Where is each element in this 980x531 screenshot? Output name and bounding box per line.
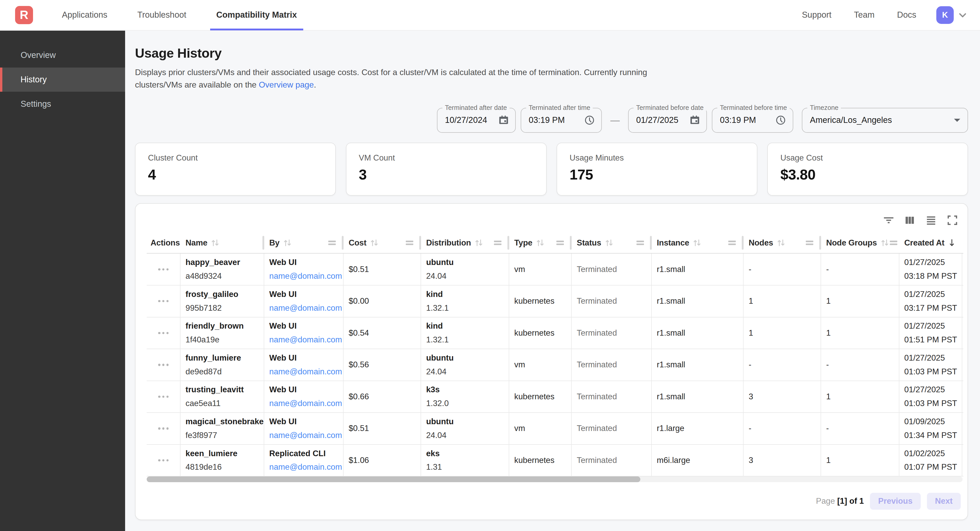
sidebar-item-overview[interactable]: Overview bbox=[0, 43, 125, 68]
fullscreen-icon[interactable] bbox=[947, 214, 958, 226]
column-separator[interactable] bbox=[419, 236, 421, 250]
column-header[interactable]: Distribution bbox=[421, 233, 509, 253]
terminated-after-time-value[interactable]: 03:19 PM bbox=[529, 115, 565, 125]
sort-icon[interactable] bbox=[283, 238, 292, 247]
nav-item-compatibility-matrix[interactable]: Compatibility Matrix bbox=[210, 0, 303, 30]
created-date: 01/27/2025 bbox=[904, 385, 962, 394]
sort-icon[interactable] bbox=[692, 238, 702, 247]
column-menu-icon[interactable] bbox=[728, 240, 736, 246]
column-separator[interactable] bbox=[819, 236, 821, 250]
sort-icon[interactable] bbox=[536, 238, 545, 247]
column-menu-icon[interactable] bbox=[406, 240, 414, 246]
column-header-label: Distribution bbox=[426, 238, 471, 247]
top-nav: R Applications Troubleshoot Compatibilit… bbox=[0, 0, 980, 31]
nav-item-team[interactable]: Team bbox=[848, 0, 881, 30]
column-header[interactable]: Nodes bbox=[744, 233, 821, 253]
creator-email-link[interactable]: name@domain.com bbox=[269, 463, 342, 471]
column-header-label: Cost bbox=[348, 238, 366, 247]
column-header[interactable]: Status bbox=[572, 233, 652, 253]
replicated-logo[interactable]: R bbox=[15, 6, 33, 24]
column-menu-icon[interactable] bbox=[328, 240, 336, 246]
timezone-value[interactable]: America/Los_Angeles bbox=[810, 115, 892, 125]
stat-label: Usage Cost bbox=[780, 153, 955, 163]
terminated-before-date-value[interactable]: 01/27/2025 bbox=[636, 115, 678, 125]
sidebar-item-history[interactable]: History bbox=[0, 68, 125, 92]
row-actions-button[interactable] bbox=[158, 300, 169, 302]
terminated-after-time-field[interactable]: Terminated after time 03:19 PM bbox=[521, 108, 602, 133]
sort-icon[interactable] bbox=[605, 238, 614, 247]
horizontal-scrollbar-thumb[interactable] bbox=[147, 476, 640, 482]
column-header[interactable]: Node Groups bbox=[821, 233, 899, 253]
column-header[interactable]: Instance bbox=[652, 233, 744, 253]
type-value: kubernetes bbox=[514, 456, 571, 465]
nodes-value: - bbox=[749, 265, 821, 274]
row-actions-button[interactable] bbox=[158, 332, 169, 334]
column-menu-icon[interactable] bbox=[889, 240, 897, 246]
column-separator[interactable] bbox=[742, 236, 744, 250]
column-separator[interactable] bbox=[262, 236, 264, 250]
created-date: 01/27/2025 bbox=[904, 353, 962, 363]
creator-email-link[interactable]: name@domain.com bbox=[269, 303, 342, 312]
column-menu-icon[interactable] bbox=[494, 240, 502, 246]
type-value: vm bbox=[514, 360, 571, 369]
terminated-before-time-value[interactable]: 03:19 PM bbox=[720, 115, 756, 125]
nav-item-docs[interactable]: Docs bbox=[891, 0, 923, 30]
nav-item-troubleshoot[interactable]: Troubleshoot bbox=[131, 0, 192, 30]
column-menu-icon[interactable] bbox=[556, 240, 564, 246]
columns-icon[interactable] bbox=[904, 214, 916, 226]
creator-email-link[interactable]: name@domain.com bbox=[269, 271, 342, 281]
row-actions-button[interactable] bbox=[158, 396, 169, 398]
sort-icon[interactable] bbox=[369, 238, 379, 247]
calendar-icon[interactable] bbox=[498, 115, 509, 125]
filter-icon[interactable] bbox=[883, 214, 895, 226]
column-header[interactable]: Name bbox=[180, 233, 264, 253]
terminated-after-date-field[interactable]: Terminated after date 10/27/2024 bbox=[437, 108, 516, 133]
distribution-name: k3s bbox=[426, 385, 509, 394]
clock-icon[interactable] bbox=[775, 114, 786, 126]
density-icon[interactable] bbox=[925, 214, 937, 226]
sort-icon[interactable] bbox=[776, 238, 786, 247]
calendar-icon[interactable] bbox=[689, 115, 700, 125]
column-header[interactable]: Cost bbox=[344, 233, 421, 253]
node-groups-cell: - bbox=[821, 413, 899, 444]
overview-page-link[interactable]: Overview page bbox=[259, 80, 314, 89]
row-actions-button[interactable] bbox=[158, 268, 169, 270]
nav-item-applications[interactable]: Applications bbox=[56, 0, 114, 30]
sort-icon[interactable] bbox=[880, 238, 889, 247]
terminated-before-time-field[interactable]: Terminated before time 03:19 PM bbox=[712, 108, 793, 133]
horizontal-scrollbar[interactable] bbox=[147, 476, 963, 482]
row-actions-button[interactable] bbox=[158, 427, 169, 430]
column-menu-icon[interactable] bbox=[805, 240, 813, 246]
cluster-name: frosty_galileo bbox=[185, 290, 264, 299]
creator-email-link[interactable]: name@domain.com bbox=[269, 399, 342, 408]
column-header[interactable]: Created At bbox=[899, 233, 963, 253]
column-header[interactable]: By bbox=[264, 233, 344, 253]
terminated-before-date-field[interactable]: Terminated before date 01/27/2025 bbox=[628, 108, 707, 133]
user-avatar[interactable]: K bbox=[936, 6, 954, 24]
column-separator[interactable] bbox=[650, 236, 652, 250]
chevron-down-icon[interactable] bbox=[958, 10, 967, 20]
sort-icon[interactable] bbox=[210, 238, 220, 247]
column-menu-icon[interactable] bbox=[636, 240, 644, 246]
creator-email-link[interactable]: name@domain.com bbox=[269, 335, 342, 344]
sidebar-item-settings[interactable]: Settings bbox=[0, 92, 125, 116]
timezone-select[interactable]: Timezone America/Los_Angeles bbox=[802, 108, 968, 133]
dropdown-arrow-icon[interactable] bbox=[954, 119, 960, 122]
creator-email-link[interactable]: name@domain.com bbox=[269, 431, 342, 440]
clock-icon[interactable] bbox=[584, 114, 595, 126]
column-separator[interactable] bbox=[342, 236, 344, 250]
sort-desc-icon[interactable] bbox=[948, 238, 956, 247]
row-actions-button[interactable] bbox=[158, 364, 169, 366]
column-separator[interactable] bbox=[508, 236, 509, 250]
column-separator[interactable] bbox=[570, 236, 572, 250]
creator-email-link[interactable]: name@domain.com bbox=[269, 367, 342, 376]
column-header[interactable]: Actions bbox=[147, 233, 180, 253]
nav-item-support[interactable]: Support bbox=[795, 0, 838, 30]
sort-icon[interactable] bbox=[474, 238, 484, 247]
column-header[interactable]: Type bbox=[509, 233, 572, 253]
terminated-after-date-value[interactable]: 10/27/2024 bbox=[445, 115, 487, 125]
next-page-button[interactable]: Next bbox=[927, 493, 961, 510]
previous-page-button[interactable]: Previous bbox=[870, 493, 920, 510]
row-actions-button[interactable] bbox=[158, 459, 169, 461]
instance-cell: r1.small bbox=[652, 317, 744, 349]
